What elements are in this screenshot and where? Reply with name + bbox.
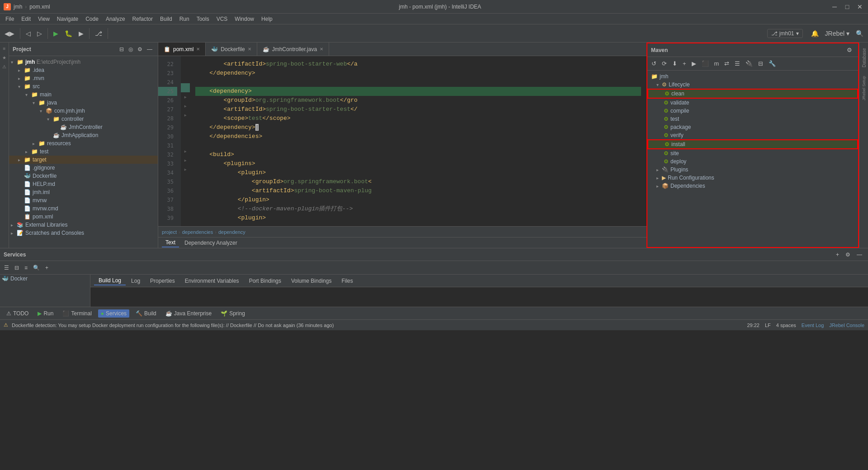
maven-settings-btn[interactable]: ⚙: [844, 45, 854, 55]
tab-volume-bindings[interactable]: Volume Bindings: [287, 277, 336, 285]
tab-files[interactable]: Files: [337, 277, 357, 285]
services-bottom-btn[interactable]: ● Services: [98, 309, 129, 318]
minimize-button[interactable]: ─: [830, 2, 839, 11]
collapse-all-btn[interactable]: ⊟: [118, 45, 126, 53]
menu-help[interactable]: Help: [258, 15, 276, 23]
maven-debug-btn[interactable]: ⬛: [699, 59, 711, 68]
terminal-btn[interactable]: ⬛ Terminal: [60, 309, 94, 318]
toolbar-debug-btn[interactable]: 🐛: [62, 28, 75, 39]
menu-refactor[interactable]: Refactor: [129, 15, 156, 23]
tab-pom-xml[interactable]: 📋 pom.xml ✕: [158, 43, 206, 56]
hide-panel-btn[interactable]: —: [145, 45, 154, 53]
menu-tools[interactable]: Tools: [193, 15, 213, 23]
menu-code[interactable]: Code: [82, 15, 102, 23]
maven-verify-item[interactable]: ⚙ verify: [647, 131, 858, 139]
toolbar-forward-btn[interactable]: ▷: [34, 28, 45, 39]
project-settings-btn[interactable]: ⚙: [136, 45, 144, 53]
maven-lifecycle-item[interactable]: ▾ ⚙ Lifecycle: [647, 81, 858, 89]
tab-port-bindings[interactable]: Port Bindings: [245, 277, 286, 285]
jrebel-setup-btn[interactable]: JRebel Setup: [860, 72, 868, 104]
svc-toolbar-btn-5[interactable]: +: [43, 263, 51, 272]
toolbar-coverage-btn[interactable]: ▶: [76, 28, 86, 39]
toolbar-back-btn[interactable]: ◁: [23, 28, 33, 39]
tab-text[interactable]: Text: [162, 238, 179, 247]
event-log-btn[interactable]: Event Log: [802, 323, 824, 328]
menu-build[interactable]: Build: [156, 15, 176, 23]
bookmarks-btn[interactable]: ★: [0, 53, 9, 62]
project-root-item[interactable]: ▾ 📁 jmh E:\etcdProject\jmh: [9, 58, 158, 66]
maven-collapse-btn[interactable]: ⊟: [756, 59, 765, 68]
tree-test-folder[interactable]: ▸ 📁 test: [9, 147, 158, 156]
breadcrumb-dependency[interactable]: dependency: [218, 229, 245, 235]
tab-dependency-analyzer[interactable]: Dependency Analyzer: [181, 239, 241, 247]
menu-view[interactable]: View: [34, 15, 53, 23]
maven-install-item[interactable]: ⚙ install: [647, 139, 858, 149]
menu-file[interactable]: File: [2, 15, 18, 23]
build-btn[interactable]: 🔨 Build: [133, 309, 159, 318]
maven-wrench-btn[interactable]: 🔧: [766, 59, 778, 68]
docker-service-item[interactable]: 🐳 Docker: [0, 275, 90, 283]
code-editor[interactable]: 22 23 24 25 26 27 28 29 30 31 32 33 34 3…: [158, 56, 646, 226]
dockerfile-tab-close[interactable]: ✕: [248, 47, 251, 52]
cursor-position[interactable]: 29:22: [747, 323, 760, 328]
tab-jmhcontroller[interactable]: ☕ JmhController.java ✕: [257, 43, 329, 56]
maven-add-btn[interactable]: +: [680, 59, 689, 68]
tree-helpmd-file[interactable]: ▸ 📄 HELP.md: [9, 180, 158, 188]
tree-external-libraries[interactable]: ▸ 📚 External Libraries: [9, 221, 158, 229]
menu-analyze[interactable]: Analyze: [102, 15, 129, 23]
maven-plugins-btn[interactable]: 🔌: [743, 59, 755, 68]
services-hide-btn[interactable]: —: [854, 250, 864, 259]
breadcrumb-project[interactable]: project: [162, 229, 177, 235]
toolbar-git-btn[interactable]: ⎇: [92, 28, 105, 39]
branch-selector[interactable]: ⎇ jmh01 ▾: [767, 29, 803, 38]
maven-download-btn[interactable]: ⬇: [670, 59, 679, 68]
menu-run[interactable]: Run: [176, 15, 193, 23]
menu-window[interactable]: Window: [231, 15, 258, 23]
maven-validate-item[interactable]: ⚙ validate: [647, 99, 858, 107]
tree-resources-folder[interactable]: ▸ 📁 resources: [9, 139, 158, 147]
breadcrumb-dependencies[interactable]: dependencies: [182, 229, 213, 235]
tab-log[interactable]: Log: [127, 277, 145, 285]
pom-tab-close[interactable]: ✕: [196, 47, 200, 52]
maven-deploy-item[interactable]: ⚙ deploy: [647, 157, 858, 166]
tree-controller-folder[interactable]: ▾ 📁 controller: [9, 115, 158, 123]
run-btn[interactable]: ▶ Run: [35, 309, 56, 318]
spring-btn[interactable]: 🌱 Spring: [218, 309, 248, 318]
maven-root[interactable]: 📁 jmh: [647, 72, 858, 81]
toolbar-run-config-btn[interactable]: ◀▶: [2, 28, 17, 39]
maven-dependencies-item[interactable]: ▸ 📦 Dependencies: [647, 182, 858, 190]
close-button[interactable]: ✕: [855, 2, 864, 11]
tab-build-log[interactable]: Build Log: [94, 276, 126, 285]
code-lines[interactable]: <artifactId>spring-boot-starter-web</a <…: [190, 56, 646, 226]
maven-plugins-item[interactable]: ▸ 🔌 Plugins: [647, 166, 858, 174]
svc-toolbar-btn-1[interactable]: ☰: [2, 263, 11, 272]
toolbar-notification-btn[interactable]: 🔔: [808, 28, 821, 39]
structure-btn[interactable]: ≡: [0, 44, 9, 52]
maven-clean-item[interactable]: ⚙ clean: [647, 89, 858, 99]
svc-toolbar-btn-4[interactable]: 🔍: [31, 263, 42, 272]
todo-btn[interactable]: ⚠ TODO: [4, 309, 31, 318]
maximize-button[interactable]: □: [843, 2, 852, 11]
indentation[interactable]: 4 spaces: [776, 323, 796, 328]
tree-jmhapplication-file[interactable]: ▸ ☕ JmhApplication: [9, 131, 158, 139]
line-ending[interactable]: LF: [765, 323, 771, 328]
tab-dockerfile[interactable]: 🐳 Dockerfile ✕: [206, 43, 257, 56]
menu-navigate[interactable]: Navigate: [53, 15, 82, 23]
tree-pomxml-file[interactable]: ▸ 📋 pom.xml: [9, 213, 158, 221]
database-btn[interactable]: Database: [860, 44, 868, 71]
toolbar-run-config-dropdown-btn[interactable]: JRebel ▾: [822, 28, 852, 39]
jrebel-console-btn[interactable]: JRebel Console: [829, 323, 864, 328]
maven-skip-test-btn[interactable]: m: [712, 59, 722, 68]
menu-edit[interactable]: Edit: [18, 15, 34, 23]
maven-compile-item[interactable]: ⚙ compile: [647, 107, 858, 115]
menu-vcs[interactable]: VCS: [213, 15, 231, 23]
tree-jmhcontroller-file[interactable]: ▸ ☕ JmhController: [9, 123, 158, 131]
problems-btn[interactable]: ⚠: [0, 62, 9, 71]
svc-toolbar-btn-3[interactable]: ≡: [22, 263, 30, 272]
java-enterprise-btn[interactable]: ☕ Java Enterprise: [163, 309, 214, 318]
services-settings-btn[interactable]: ⚙: [843, 250, 853, 259]
tree-mvnw-file[interactable]: ▸ 📄 mvnw: [9, 196, 158, 204]
svc-toolbar-btn-2[interactable]: ⊟: [12, 263, 21, 272]
maven-toggle-btn[interactable]: ⇄: [722, 59, 731, 68]
maven-refresh-btn[interactable]: ↺: [649, 59, 659, 68]
